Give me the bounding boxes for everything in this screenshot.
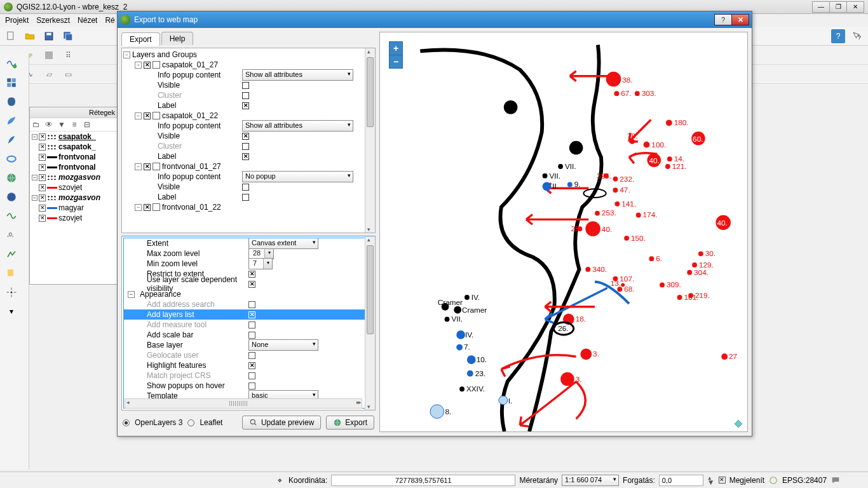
tab-export[interactable]: Export xyxy=(121,32,160,46)
add-wcs-icon[interactable] xyxy=(3,189,20,205)
radio-openlayers[interactable] xyxy=(123,419,130,426)
tree-option[interactable]: Label✕ xyxy=(123,100,374,111)
options-scrollbar-h[interactable] xyxy=(125,398,362,409)
coord-capture-icon[interactable]: ⌖ xyxy=(275,475,285,485)
add-oracle-icon[interactable] xyxy=(3,151,20,166)
tree-option[interactable]: Label✕ xyxy=(123,151,374,161)
layer-row[interactable]: ✕frontvonal xyxy=(30,152,118,162)
options-scrollbar-v[interactable] xyxy=(365,236,375,410)
dialog-help-button[interactable]: ? xyxy=(714,14,732,25)
tree-option[interactable]: Info popup contentShow all attributes xyxy=(123,121,374,131)
option-row[interactable]: Use layer scale dependent visibility xyxy=(124,279,373,289)
option-row[interactable]: −Appearance xyxy=(124,289,373,299)
coord-input[interactable] xyxy=(331,475,515,486)
messages-icon[interactable] xyxy=(831,475,841,485)
zoom-out-button[interactable]: − xyxy=(389,55,403,69)
help-button[interactable]: ? xyxy=(831,29,845,43)
tree-option[interactable]: Cluster xyxy=(123,90,374,100)
layer-row[interactable]: −✕mozgasvon xyxy=(30,172,118,182)
tab-help[interactable]: Help xyxy=(161,32,194,45)
maximize-button[interactable]: ❐ xyxy=(829,1,847,13)
update-preview-button[interactable]: Update preview xyxy=(242,416,321,430)
layer-row[interactable]: ✕szovjet xyxy=(30,213,118,223)
add-mssql-icon[interactable] xyxy=(3,132,20,147)
option-row[interactable]: Highlight features xyxy=(124,360,373,370)
tree-layer[interactable]: −✕csapatok_01_27 xyxy=(123,60,374,70)
tree-option[interactable]: Info popup contentNo popup xyxy=(123,172,374,182)
disk-edit-icon[interactable] xyxy=(42,48,56,62)
scale-dropdown[interactable]: 1:1 660 074 xyxy=(562,475,619,486)
tree-option[interactable]: Label xyxy=(123,192,374,202)
options-panel[interactable]: ExtentCanvas extentMax zoom level28▾Min … xyxy=(121,236,376,410)
add-vector-icon[interactable] xyxy=(3,56,20,71)
tree-option[interactable]: Visible xyxy=(123,182,374,192)
add-gpx-icon[interactable] xyxy=(3,247,20,262)
render-checkbox[interactable]: ✕ xyxy=(719,477,726,484)
tree-layer[interactable]: −✕frontvonal_01_27 xyxy=(123,161,374,172)
layer-row[interactable]: −✕csapatok_ xyxy=(30,132,118,142)
tree-option[interactable]: Visible✕ xyxy=(123,131,374,141)
menu-szerkeszt[interactable]: Szerkeszt xyxy=(36,16,70,25)
layer-row[interactable]: ✕frontvonal xyxy=(30,162,118,172)
expand-all-icon[interactable]: ≡ xyxy=(69,119,79,130)
close-button[interactable]: ✕ xyxy=(846,1,864,13)
layer-row[interactable]: −✕mozgasvon xyxy=(30,193,118,203)
open-project-icon[interactable] xyxy=(23,29,37,43)
new-shapefile-icon[interactable] xyxy=(3,266,20,281)
whatsthis-icon[interactable]: ? xyxy=(850,29,864,43)
tree-scrollbar[interactable] xyxy=(365,48,375,233)
snap2-icon[interactable]: ▱ xyxy=(42,67,56,81)
tree-option[interactable]: Cluster xyxy=(123,141,374,151)
new-project-icon[interactable] xyxy=(4,29,18,43)
save-as-icon[interactable] xyxy=(61,29,75,43)
add-wms-icon[interactable] xyxy=(3,170,20,186)
zoom-in-button[interactable]: + xyxy=(389,41,403,55)
expand-icon[interactable]: ▾ xyxy=(3,304,20,319)
option-row[interactable]: Min zoom level7▾ xyxy=(124,259,373,269)
menu-projekt[interactable]: Projekt xyxy=(5,16,29,25)
export-button[interactable]: Export xyxy=(326,416,374,430)
dialog-close-button[interactable]: ✕ xyxy=(731,14,749,25)
crs-label[interactable]: EPSG:28407 xyxy=(782,476,827,485)
add-csv-icon[interactable]: ,0, xyxy=(3,227,20,243)
option-row[interactable]: Show popups on hover xyxy=(124,381,373,391)
add-postgis-icon[interactable] xyxy=(3,94,20,109)
crs-icon[interactable] xyxy=(768,475,778,485)
option-row[interactable]: ExtentCanvas extent xyxy=(124,238,373,248)
tree-layer[interactable]: −✕frontvonal_01_22 xyxy=(123,202,374,212)
visibility-icon[interactable]: 👁 xyxy=(44,119,54,130)
layers-tree[interactable]: −Layers and Groups−✕csapatok_01_27Info p… xyxy=(121,48,376,233)
option-row[interactable]: Add measure tool xyxy=(124,320,373,330)
layer-row[interactable]: ✕magyar xyxy=(30,203,118,213)
option-row[interactable]: Geolocate user xyxy=(124,350,373,360)
layer-row[interactable]: ✕csapatok_ xyxy=(30,142,118,152)
dialog-titlebar[interactable]: Export to web map ? ✕ xyxy=(118,11,752,28)
minimize-button[interactable]: — xyxy=(812,1,830,13)
collapse-all-icon[interactable]: ⊟ xyxy=(82,119,92,130)
filter-icon[interactable]: ▼ xyxy=(57,119,67,130)
tree-option[interactable]: Info popup contentShow all attributes xyxy=(123,70,374,80)
radio-leaflet[interactable] xyxy=(187,419,194,426)
option-row[interactable]: Add address search xyxy=(124,299,373,309)
add-wfs-icon[interactable] xyxy=(3,208,20,224)
menu-reteg[interactable]: Ré xyxy=(105,16,114,25)
rotation-input[interactable] xyxy=(659,475,703,486)
snap3-icon[interactable]: ▭ xyxy=(61,67,75,81)
option-row[interactable]: Max zoom level28▾ xyxy=(124,248,373,259)
save-icon[interactable] xyxy=(42,29,56,43)
attribution-icon[interactable] xyxy=(733,419,743,429)
nodes-icon[interactable]: ⠿ xyxy=(61,48,75,62)
target-icon[interactable] xyxy=(3,285,20,300)
add-raster-icon[interactable] xyxy=(3,75,20,90)
add-group-icon[interactable]: 🗀 xyxy=(31,119,41,130)
option-row[interactable]: Match project CRS xyxy=(124,370,373,381)
add-spatialite-icon[interactable] xyxy=(3,113,20,128)
menu-nezet[interactable]: Nézet xyxy=(78,16,97,25)
option-row[interactable]: Add layers list xyxy=(124,309,373,320)
option-row[interactable]: Base layerNone xyxy=(124,340,373,350)
map-preview[interactable]: + − xyxy=(379,32,748,432)
tree-option[interactable]: Visible xyxy=(123,80,374,90)
layer-row[interactable]: ✕szovjet xyxy=(30,182,118,193)
option-row[interactable]: Add scale bar xyxy=(124,330,373,340)
tree-layer[interactable]: −✕csapatok_01_22 xyxy=(123,111,374,121)
